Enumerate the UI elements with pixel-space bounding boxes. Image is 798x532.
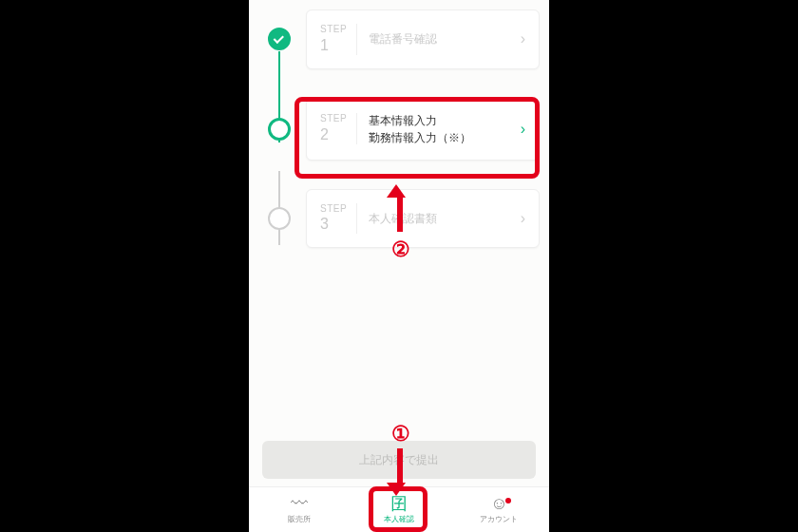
step-marker-pending <box>268 207 291 230</box>
chevron-right-icon: › <box>517 210 529 227</box>
step-title-line: 基本情報入力 <box>369 114 437 127</box>
tab-exchange[interactable]: 〰 販売所 <box>249 487 349 532</box>
step-number: 1 <box>320 36 329 55</box>
step-title: 基本情報入力 勤務情報入力（※） <box>369 112 517 146</box>
tab-label: 販売所 <box>288 514 311 524</box>
step-word: STEP <box>320 24 347 36</box>
step-card-3[interactable]: STEP 3 本人確認書類 › <box>306 189 540 249</box>
phone-screen: STEP 1 電話番号確認 › STEP 2 基本情報入力 勤務情報入力（※） … <box>249 0 549 532</box>
annotation-callout-1: ① <box>391 422 410 446</box>
tab-label: 本人確認 <box>384 514 414 524</box>
chevron-right-icon: › <box>517 30 529 48</box>
step-row-1: STEP 1 電話番号確認 › <box>268 10 540 69</box>
tab-account[interactable]: ☺ アカウント <box>449 487 549 532</box>
step-label: STEP 3 <box>320 203 357 235</box>
chevron-right-icon: › <box>517 121 529 138</box>
step-title-line: 勤務情報入力（※） <box>369 131 471 144</box>
annotation-arrow-up <box>393 184 406 232</box>
check-icon <box>274 33 284 44</box>
chart-icon: 〰 <box>291 495 308 512</box>
step-label: STEP 2 <box>320 113 357 144</box>
step-row-2: STEP 2 基本情報入力 勤務情報入力（※） › <box>268 98 540 161</box>
step-list: STEP 1 電話番号確認 › STEP 2 基本情報入力 勤務情報入力（※） … <box>249 10 549 276</box>
step-label: STEP 1 <box>320 24 357 55</box>
step-title: 本人確認書類 <box>369 210 517 227</box>
step-marker-current <box>268 118 291 141</box>
step-marker-done <box>268 28 291 50</box>
step-number: 3 <box>320 215 329 234</box>
person-icon: ☺ <box>490 495 507 512</box>
annotation-callout-2: ② <box>391 238 410 262</box>
step-card-1[interactable]: STEP 1 電話番号確認 › <box>306 10 540 69</box>
annotation-arrow-down <box>393 448 406 496</box>
step-word: STEP <box>320 203 347 216</box>
step-card-2[interactable]: STEP 2 基本情報入力 勤務情報入力（※） › <box>306 98 540 161</box>
step-word: STEP <box>320 113 347 125</box>
step-number: 2 <box>320 125 329 144</box>
id-card-icon: 囝 <box>390 495 408 512</box>
notification-badge <box>505 498 511 504</box>
step-title: 電話番号確認 <box>369 30 517 48</box>
tab-label: アカウント <box>480 514 518 524</box>
